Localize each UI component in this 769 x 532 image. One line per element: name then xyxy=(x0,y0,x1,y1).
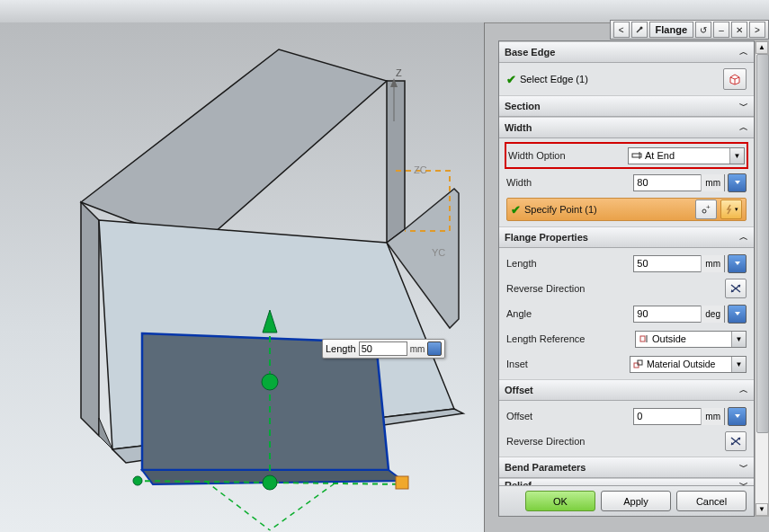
section-base-edge-title: Base Edge xyxy=(505,47,555,58)
offset-input[interactable] xyxy=(634,409,701,424)
width-unit: mm xyxy=(701,174,724,191)
section-section-header[interactable]: Section ﹀ xyxy=(499,95,754,117)
material-outside-icon xyxy=(633,359,644,369)
width-option-row: Width Option At End ▼ xyxy=(505,142,748,169)
header-undo-button[interactable]: ↺ xyxy=(695,22,711,38)
section-width-header[interactable]: Width ︿ xyxy=(499,117,754,138)
svg-rect-42 xyxy=(640,336,645,341)
header-forward-button[interactable]: > xyxy=(749,22,765,38)
inset-row: Inset Material Outside ▼ xyxy=(506,354,747,374)
section-relief-header[interactable]: Relief ﹀ xyxy=(499,478,754,485)
svg-point-15 xyxy=(262,374,278,390)
chevron-down-icon: ﹀ xyxy=(739,100,748,112)
header-back-button[interactable]: < xyxy=(613,22,630,38)
select-arrow-icon: ▼ xyxy=(729,148,744,164)
svg-marker-33 xyxy=(735,181,740,184)
select-edge-label: Select Edge (1) xyxy=(520,74,723,84)
section-bend-title: Bend Parameters xyxy=(505,462,586,473)
offset-dropdown-button[interactable] xyxy=(728,407,747,426)
floating-length-dropdown[interactable] xyxy=(427,341,442,356)
length-label: Length xyxy=(506,258,537,269)
dialog-title: Flange xyxy=(649,22,693,38)
length-row: Length mm xyxy=(506,253,747,273)
outside-icon xyxy=(639,333,649,344)
section-bend-header[interactable]: Bend Parameters ﹀ xyxy=(499,457,754,478)
cancel-button[interactable]: Cancel xyxy=(676,491,747,511)
svg-text:+: + xyxy=(706,204,711,211)
angle-label: Angle xyxy=(506,308,532,319)
inset-label: Inset xyxy=(506,359,528,369)
check-icon: ✔ xyxy=(506,73,516,86)
width-value-row: Width mm xyxy=(506,173,747,192)
inferred-point-button[interactable]: ▾ xyxy=(720,200,742,219)
reverse-direction-button[interactable] xyxy=(725,279,747,298)
chevron-down-icon: ﹀ xyxy=(739,461,748,474)
dialog-header-bar: < Flange ↺ – ✕ > xyxy=(610,20,769,40)
length-input[interactable] xyxy=(634,256,701,271)
section-width-title: Width xyxy=(505,122,532,133)
section-base-edge-header[interactable]: Base Edge ︿ xyxy=(499,41,754,63)
svg-point-11 xyxy=(133,476,142,485)
section-offliterally-offset-title: Offset xyxy=(505,385,533,395)
floating-length-input[interactable]: Length mm xyxy=(322,339,445,359)
panel-scrollbar[interactable]: ▲ ▼ xyxy=(755,40,769,517)
reverse-direction-offset-row: Reverse Direction xyxy=(506,431,747,451)
angle-dropdown-button[interactable] xyxy=(728,305,747,324)
svg-marker-46 xyxy=(735,414,740,418)
length-dropdown-button[interactable] xyxy=(728,254,747,273)
svg-rect-16 xyxy=(396,476,408,489)
reverse-direction-offset-button[interactable] xyxy=(725,431,747,451)
angle-input[interactable] xyxy=(634,306,701,322)
width-label: Width xyxy=(506,177,532,188)
svg-line-18 xyxy=(270,483,335,530)
model-sketch: Z ZC YC xyxy=(0,22,484,532)
svg-marker-3 xyxy=(81,202,99,436)
section-offset-header[interactable]: Offset ︿ xyxy=(499,379,754,401)
specify-point-row[interactable]: ✔ Specify Point (1) + ▾ xyxy=(506,198,747,221)
scroll-thumb[interactable] xyxy=(756,54,769,433)
width-option-label: Width Option xyxy=(508,150,566,161)
width-dropdown-button[interactable] xyxy=(728,173,747,192)
specify-point-label: Specify Point (1) xyxy=(524,204,692,215)
floating-length-unit: mm xyxy=(410,344,425,354)
select-arrow-icon: ▼ xyxy=(731,357,746,372)
width-option-select[interactable]: At End ▼ xyxy=(628,147,745,164)
header-pin-button[interactable] xyxy=(631,22,648,38)
chevron-up-icon: ︿ xyxy=(739,231,748,244)
svg-text:Z: Z xyxy=(396,67,402,78)
section-flange-props-title: Flange Properties xyxy=(505,232,588,243)
dialog-footer: OK Apply Cancel xyxy=(499,485,754,516)
ok-button[interactable]: OK xyxy=(525,491,595,511)
section-flange-props-header[interactable]: Flange Properties ︿ xyxy=(499,226,754,248)
width-option-value: At End xyxy=(645,150,675,161)
scroll-up-button[interactable]: ▲ xyxy=(756,41,768,54)
svg-marker-24 xyxy=(324,341,329,345)
length-reference-select[interactable]: Outside ▼ xyxy=(635,331,747,348)
svg-line-17 xyxy=(205,481,270,530)
scroll-down-button[interactable]: ▼ xyxy=(756,503,768,516)
floating-length-label: Length xyxy=(326,343,356,354)
point-constructor-button[interactable]: + xyxy=(695,200,717,219)
apply-button[interactable]: Apply xyxy=(601,491,671,511)
select-arrow-icon: ▼ xyxy=(731,332,746,347)
svg-text:YC: YC xyxy=(432,247,445,258)
header-close-button[interactable]: ✕ xyxy=(731,22,747,38)
header-minimize-button[interactable]: – xyxy=(713,22,729,38)
reverse-direction-length-row: Reverse Direction xyxy=(506,279,747,298)
svg-marker-36 xyxy=(735,262,740,265)
chevron-up-icon: ︿ xyxy=(739,121,748,134)
select-edge-row[interactable]: ✔ Select Edge (1) xyxy=(499,63,754,95)
width-input-wrap: mm xyxy=(633,174,725,191)
at-end-icon xyxy=(631,150,642,161)
angle-row: Angle deg xyxy=(506,304,747,324)
offset-value-row: Offset mm xyxy=(506,406,747,426)
chevron-down-icon: ﹀ xyxy=(739,479,748,485)
svg-marker-0 xyxy=(81,49,387,247)
inset-select[interactable]: Material Outside ▼ xyxy=(630,356,747,373)
select-edge-picker-button[interactable] xyxy=(723,68,747,90)
svg-marker-41 xyxy=(735,312,740,315)
floating-length-field[interactable] xyxy=(359,341,407,356)
viewport-3d[interactable]: Z ZC YC Length mm xyxy=(0,22,485,532)
width-input[interactable] xyxy=(634,175,701,191)
svg-text:ZC: ZC xyxy=(414,164,427,175)
